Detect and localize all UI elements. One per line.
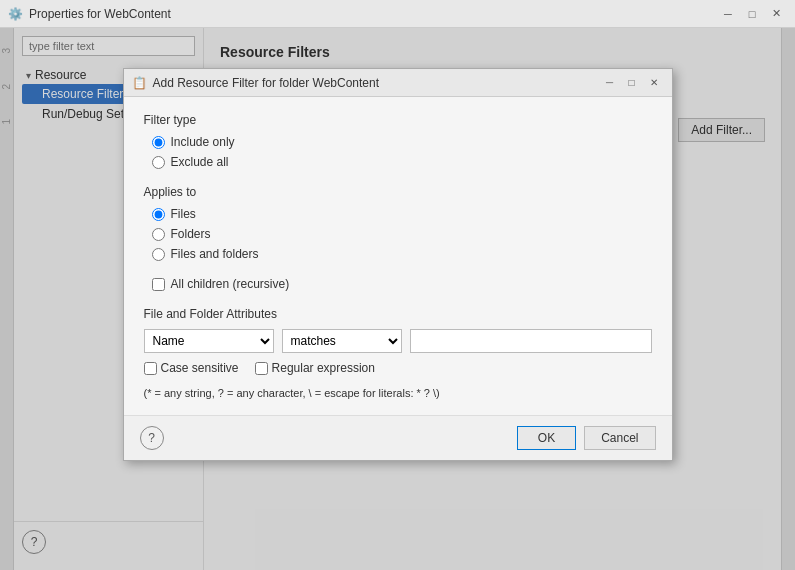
applies-to-radio-group: Files Folders Files and folders	[144, 207, 652, 261]
applies-to-label: Applies to	[144, 185, 652, 199]
maximize-button[interactable]: □	[741, 3, 763, 25]
files-radio[interactable]	[152, 208, 165, 221]
name-select[interactable]: Name Project relative path Location	[144, 329, 274, 353]
exclude-all-label: Exclude all	[171, 155, 229, 169]
case-sensitive-label: Case sensitive	[161, 361, 239, 375]
include-only-option[interactable]: Include only	[152, 135, 652, 149]
hint-text: (* = any string, ? = any character, \ = …	[144, 387, 652, 399]
checkboxes-row: Case sensitive Regular expression	[144, 361, 652, 375]
folders-radio[interactable]	[152, 228, 165, 241]
footer-buttons: OK Cancel	[517, 426, 656, 450]
include-only-radio[interactable]	[152, 136, 165, 149]
dialog-help-button[interactable]: ?	[140, 426, 164, 450]
dialog-icon: 📋	[132, 76, 147, 90]
include-only-label: Include only	[171, 135, 235, 149]
all-children-label: All children (recursive)	[171, 277, 290, 291]
folders-option[interactable]: Folders	[152, 227, 652, 241]
attributes-section: File and Folder Attributes Name Project …	[144, 307, 652, 375]
exclude-all-option[interactable]: Exclude all	[152, 155, 652, 169]
filter-value-input[interactable]	[410, 329, 652, 353]
main-window: ⚙️ Properties for WebContent ─ □ ✕ 3 2 1…	[0, 0, 795, 570]
attributes-label: File and Folder Attributes	[144, 307, 652, 321]
case-sensitive-option[interactable]: Case sensitive	[144, 361, 239, 375]
dialog-title: Add Resource Filter for folder WebConten…	[153, 76, 380, 90]
exclude-all-radio[interactable]	[152, 156, 165, 169]
files-and-folders-label: Files and folders	[171, 247, 259, 261]
dialog-body: Filter type Include only Exclude all App…	[124, 97, 672, 415]
all-children-checkbox[interactable]	[152, 278, 165, 291]
window-icon: ⚙️	[8, 7, 23, 21]
regular-expression-checkbox[interactable]	[255, 362, 268, 375]
dialog-title-bar: 📋 Add Resource Filter for folder WebCont…	[124, 69, 672, 97]
main-title-bar: ⚙️ Properties for WebContent ─ □ ✕	[0, 0, 795, 28]
dialog-minimize-button[interactable]: ─	[600, 73, 620, 93]
matches-select[interactable]: matches does not match equals is prefix …	[282, 329, 402, 353]
close-button[interactable]: ✕	[765, 3, 787, 25]
dialog: 📋 Add Resource Filter for folder WebCont…	[123, 68, 673, 461]
attributes-row: Name Project relative path Location matc…	[144, 329, 652, 353]
cancel-button[interactable]: Cancel	[584, 426, 655, 450]
minimize-button[interactable]: ─	[717, 3, 739, 25]
dialog-footer: ? OK Cancel	[124, 415, 672, 460]
all-children-option[interactable]: All children (recursive)	[144, 277, 652, 291]
case-sensitive-checkbox[interactable]	[144, 362, 157, 375]
dialog-maximize-button[interactable]: □	[622, 73, 642, 93]
ok-button[interactable]: OK	[517, 426, 576, 450]
filter-type-radio-group: Include only Exclude all	[144, 135, 652, 169]
window-title: Properties for WebContent	[29, 7, 171, 21]
main-content: 3 2 1 ▾ Resource Resource Filters Run/De…	[0, 28, 795, 570]
dialog-close-button[interactable]: ✕	[644, 73, 664, 93]
folders-label: Folders	[171, 227, 211, 241]
files-and-folders-option[interactable]: Files and folders	[152, 247, 652, 261]
files-and-folders-radio[interactable]	[152, 248, 165, 261]
regular-expression-option[interactable]: Regular expression	[255, 361, 375, 375]
files-option[interactable]: Files	[152, 207, 652, 221]
regular-expression-label: Regular expression	[272, 361, 375, 375]
files-label: Files	[171, 207, 196, 221]
filter-type-label: Filter type	[144, 113, 652, 127]
modal-backdrop: 📋 Add Resource Filter for folder WebCont…	[0, 28, 795, 570]
